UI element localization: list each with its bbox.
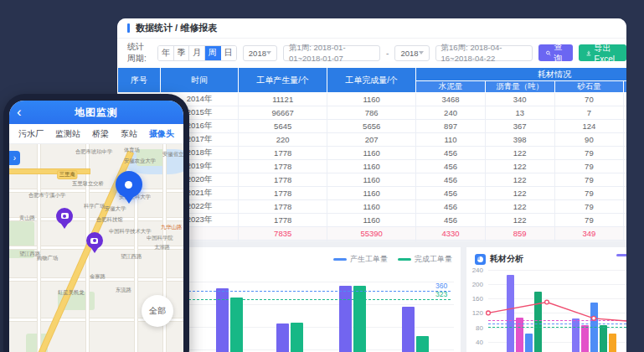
- chart-legend: 产生工单量完成工单量: [333, 254, 452, 265]
- phone-app-header: ‹ 地图监测: [9, 101, 183, 124]
- map-label: 安徽省立医院: [162, 151, 183, 158]
- period-option-月[interactable]: 月: [189, 46, 205, 60]
- table-cell: 67: [624, 187, 626, 200]
- column-header: 工单产生量/个: [239, 68, 327, 93]
- table-cell: 122: [485, 200, 554, 214]
- avg-cell: 53: [485, 241, 554, 242]
- table-cell: 1160: [327, 147, 416, 160]
- table-row: 22015年96667786240137690: [118, 106, 627, 120]
- end-year-value: 2018: [400, 49, 418, 58]
- table-row: 82021年177811604561227967: [118, 187, 627, 200]
- phone-page-title: 地图监测: [75, 106, 118, 120]
- table-cell: 250: [624, 93, 626, 106]
- charts-row: 360323产生工单量完成工单量 耗材分析 2402001601208040: [117, 247, 626, 352]
- table-cell: 456: [416, 147, 486, 160]
- total-cell: 4330: [416, 227, 486, 241]
- table-cell: 1160: [327, 214, 416, 227]
- sub-column-header: 水泥量: [416, 81, 486, 93]
- start-week-input[interactable]: 第1周: 2018-01-01~2018-01-07: [283, 45, 380, 61]
- phone-tab-泵站[interactable]: 泵站: [121, 128, 137, 140]
- bar-产生工单量-4: [402, 307, 415, 352]
- camera-glyph: [61, 213, 69, 219]
- avg-cell: 390: [327, 241, 416, 242]
- phone-tab-监测站[interactable]: 监测站: [55, 128, 80, 140]
- camera-glyph: [90, 238, 98, 244]
- dashboard-card: 数据统计 / 维修报表 统计周期: 年季月周日 2018 第1周: 2018-0…: [117, 18, 626, 352]
- table-cell: 398: [485, 133, 554, 147]
- marker-dot: [125, 181, 132, 189]
- avg-cell: 111: [554, 241, 624, 242]
- chart-legend: [616, 254, 626, 256]
- table-cell: 456: [416, 187, 486, 200]
- end-year-select[interactable]: 2018: [394, 45, 429, 61]
- legend-swatch: [616, 254, 626, 256]
- period-option-年[interactable]: 年: [158, 46, 174, 60]
- end-week-input[interactable]: 第16周: 2018-04-16~2018-04-22: [435, 45, 533, 61]
- legend-swatch: [398, 258, 411, 261]
- table-cell: 122: [485, 187, 554, 200]
- map-label: 中国科学院: [147, 235, 173, 242]
- table-cell: 897: [416, 120, 486, 133]
- reference-line-value: 360: [435, 282, 447, 290]
- map-label: 安徽农业大学: [124, 158, 156, 165]
- back-chevron-icon[interactable]: ‹: [17, 101, 22, 123]
- table-row: 102023年177811604561227967: [118, 214, 627, 227]
- phone-tab-桥梁[interactable]: 桥梁: [92, 128, 109, 140]
- table-row: 32016年56455656897367124129: [118, 120, 627, 133]
- export-button-label: 导出Excel: [595, 43, 619, 64]
- start-year-select[interactable]: 2018: [243, 45, 277, 61]
- legend-item: 完成工单量: [398, 254, 452, 265]
- phone-screen: ‹ 地图监测 污水厂监测站桥梁泵站摄像头 › 全部 合肥市琥珀中学体育场安徽: [9, 101, 183, 352]
- all-filter-button[interactable]: 全部: [142, 295, 173, 327]
- camera-marker-icon[interactable]: [56, 208, 73, 225]
- map-label: 购物广场: [37, 255, 58, 262]
- map-label: 太湖路: [154, 244, 170, 251]
- period-option-周[interactable]: 周: [205, 46, 221, 60]
- layer-expand-button[interactable]: ›: [9, 151, 20, 165]
- map-label: 黄山路: [19, 215, 35, 222]
- table-cell: 67: [624, 160, 626, 173]
- table-cell: 67: [624, 214, 626, 227]
- phone-tab-污水厂[interactable]: 污水厂: [18, 128, 44, 140]
- map-view[interactable]: › 全部 合肥市琥珀中学体育场安徽农业大学安徽省立医院三里庵五里墩立交桥安徽医科…: [9, 144, 183, 352]
- table-cell: 129: [624, 120, 626, 133]
- phone-tab-摄像头[interactable]: 摄像头: [149, 128, 174, 140]
- map-label: 红星美凯龙: [58, 289, 85, 297]
- legend-item: 产生工单量: [333, 254, 388, 265]
- total-row: 合计783555390433085934933: [118, 227, 627, 241]
- bar-完成工单量-1: [230, 298, 243, 352]
- table-cell: 79: [554, 214, 624, 227]
- table-cell: 13: [485, 106, 554, 120]
- total-cell: 7835: [239, 227, 327, 241]
- table-cell: 79: [554, 187, 624, 200]
- map-label: 九华山路: [161, 224, 182, 231]
- query-button[interactable]: 查询: [538, 44, 573, 61]
- camera-marker-icon[interactable]: [86, 232, 103, 249]
- export-excel-button[interactable]: 导出Excel: [579, 44, 626, 61]
- table-cell: 122: [485, 173, 554, 187]
- table-cell: 5656: [327, 120, 416, 133]
- column-header: 序号: [118, 68, 161, 93]
- table-cell: 67: [624, 173, 626, 187]
- avg-cell: 14: [624, 241, 626, 242]
- period-option-日[interactable]: 日: [221, 46, 236, 60]
- table-cell: 456: [416, 173, 486, 187]
- table-cell: 1778: [239, 160, 327, 173]
- phone-mockup: ‹ 地图监测 污水厂监测站桥梁泵站摄像头 › 全部 合肥市琥珀中学体育场安徽: [3, 94, 189, 352]
- table-cell: 1778: [239, 187, 327, 200]
- table-row: 72020年177811604561227967: [118, 173, 627, 187]
- table-cell: 240: [416, 106, 486, 120]
- legend-item: [616, 254, 626, 256]
- avg-cell: 30: [416, 241, 486, 242]
- table-cell: 456: [416, 200, 486, 214]
- map-label: 五里墩立交桥: [72, 180, 104, 188]
- table-cell: 96667: [239, 106, 327, 120]
- table-cell: 67: [624, 200, 626, 214]
- download-icon: [586, 49, 591, 57]
- table-row: 12014年111211160346834070250: [118, 93, 627, 106]
- map-label: 三里庵: [58, 171, 77, 179]
- map-label: 科学广场: [84, 203, 105, 210]
- phone-tab-bar: 污水厂监测站桥梁泵站摄像头: [9, 124, 183, 144]
- map-highway: [9, 169, 90, 173]
- period-option-季[interactable]: 季: [174, 46, 190, 60]
